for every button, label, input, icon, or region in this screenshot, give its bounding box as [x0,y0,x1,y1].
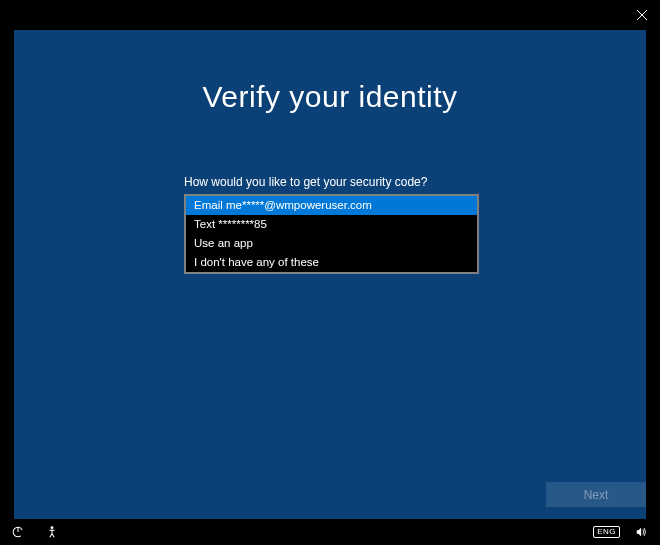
option-app[interactable]: Use an app [186,234,477,253]
volume-icon[interactable] [634,524,650,540]
close-icon[interactable] [634,7,650,23]
main-panel: Verify your identity How would you like … [14,30,646,519]
verification-method-select[interactable]: Email me*****@wmpoweruser.com Text *****… [184,194,479,274]
page-title: Verify your identity [14,80,646,114]
svg-point-4 [51,526,54,529]
keyboard-language-indicator[interactable]: ENG [593,526,620,538]
prompt-text: How would you like to get your security … [184,175,427,189]
next-button[interactable]: Next [546,482,646,507]
option-none[interactable]: I don't have any of these [186,253,477,272]
power-icon[interactable] [10,524,26,540]
accessibility-icon[interactable] [44,524,60,540]
option-text[interactable]: Text ********85 [186,215,477,234]
taskbar: ENG [0,519,660,545]
option-email[interactable]: Email me*****@wmpoweruser.com [186,196,477,215]
